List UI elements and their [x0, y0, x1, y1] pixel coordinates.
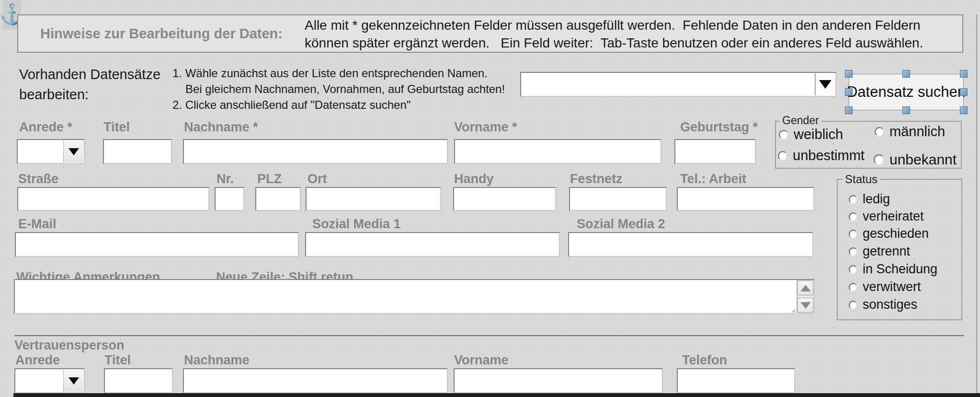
- tel-arbeit-input[interactable]: [677, 187, 814, 211]
- trust-titel-label: Titel: [104, 353, 131, 368]
- vorname-input[interactable]: [454, 139, 661, 164]
- status-radio-in-scheidung[interactable]: [849, 265, 857, 274]
- anmerkungen-textarea-frame: [14, 279, 815, 314]
- search-instruction-2: Bei gleichem Nachnamen, Vornahmen, auf G…: [172, 81, 505, 97]
- status-option-label: ledig: [863, 192, 890, 207]
- gender-group-title: Gender: [780, 114, 821, 127]
- anrede-combobox[interactable]: [17, 139, 85, 164]
- anmerkungen-textarea[interactable]: [15, 280, 796, 313]
- status-option-label: geschieden: [863, 226, 929, 241]
- status-option-label: verwitwert: [863, 280, 921, 294]
- trust-anrede-combobox[interactable]: [14, 368, 85, 393]
- status-radio-verwitwert[interactable]: [849, 283, 857, 292]
- sozial-media-1-input[interactable]: [305, 232, 560, 257]
- header-title: Hinweise zur Bearbeitung der Daten:: [40, 26, 283, 42]
- arrow-down-icon: [800, 302, 811, 309]
- selection-handle-top-left[interactable]: [845, 70, 853, 78]
- sozial-media-2-input[interactable]: [568, 232, 813, 257]
- gender-option-label: weiblich: [794, 127, 843, 142]
- nr-label: Nr.: [217, 172, 234, 187]
- strasse-input[interactable]: [17, 187, 209, 211]
- search-instruction-3: 2. Clicke anschließend auf "Datensatz su…: [172, 97, 505, 113]
- search-instruction-1: 1. Wähle zunächst aus der Liste den ents…: [172, 65, 505, 81]
- form-bottom-border: [13, 393, 980, 397]
- selection-handle-bottom-right[interactable]: [960, 106, 968, 114]
- record-search-dropdown-button[interactable]: [815, 73, 835, 95]
- trust-anrede-label: Anrede: [15, 353, 60, 368]
- status-radio-sonstiges[interactable]: [849, 301, 857, 309]
- search-section-label-line2: bearbeiten:: [19, 84, 160, 105]
- handy-label: Handy: [454, 172, 494, 187]
- email-label: E-Mail: [18, 217, 57, 232]
- geburtstag-label: Geburtstag *: [680, 120, 758, 135]
- handy-input[interactable]: [453, 187, 556, 211]
- chevron-down-icon: [819, 80, 832, 89]
- selection-handle-middle-left[interactable]: [845, 88, 853, 96]
- form-canvas: ⚓ Hinweise zur Bearbeitung der Daten: Al…: [0, 0, 980, 397]
- status-radio-getrennt[interactable]: [849, 247, 857, 256]
- ort-input[interactable]: [306, 187, 441, 211]
- selection-handle-middle-right[interactable]: [960, 88, 968, 96]
- gender-radio-maennlich[interactable]: [875, 127, 884, 137]
- selection-handle-bottom-middle[interactable]: [902, 106, 910, 114]
- trust-telefon-label: Telefon: [682, 353, 727, 368]
- tel-arbeit-label: Tel.: Arbeit: [680, 172, 746, 187]
- status-group-title: Status: [843, 173, 880, 186]
- anrede-dropdown-button[interactable]: [63, 140, 83, 163]
- geburtstag-input[interactable]: [674, 139, 756, 164]
- gender-option-label: unbestimmt: [793, 148, 865, 163]
- plz-label: PLZ: [257, 172, 282, 187]
- selection-handle-top-middle[interactable]: [902, 70, 910, 78]
- header-note-line1: Alle mit * gekennzeichneten Felder müsse…: [305, 16, 923, 34]
- selection-handle-bottom-left[interactable]: [845, 106, 853, 114]
- email-input[interactable]: [15, 232, 299, 257]
- status-option-label: sonstiges: [863, 297, 917, 312]
- status-radio-geschieden[interactable]: [849, 230, 857, 238]
- vorname-label: Vorname *: [454, 120, 517, 135]
- vertrauensperson-section-label: Vertrauensperson: [14, 338, 125, 353]
- datensatz-suchen-button[interactable]: Datensatz suchen: [849, 74, 964, 110]
- ort-label: Ort: [308, 172, 327, 187]
- scroll-down-button[interactable]: [798, 298, 813, 313]
- gender-radio-unbestimmt[interactable]: [778, 151, 787, 161]
- trust-anrede-dropdown-button[interactable]: [63, 370, 83, 392]
- plz-input[interactable]: [255, 187, 301, 211]
- titel-input[interactable]: [103, 139, 172, 164]
- gender-radio-weiblich[interactable]: [779, 130, 788, 140]
- status-option-label: in Scheidung: [863, 262, 937, 277]
- anmerkungen-scrollbar[interactable]: [797, 280, 814, 313]
- scroll-up-button[interactable]: [798, 280, 813, 295]
- nr-input[interactable]: [215, 187, 244, 211]
- section-divider: [14, 335, 964, 336]
- header-note-box: Hinweise zur Bearbeitung der Daten: Alle…: [17, 14, 963, 53]
- gender-option-label: männlich: [889, 124, 945, 140]
- gender-radio-unbekannt[interactable]: [874, 154, 884, 165]
- chevron-down-icon: [68, 377, 79, 385]
- arrow-up-icon: [800, 285, 811, 292]
- nachname-input[interactable]: [183, 139, 448, 164]
- header-note-line2: können später ergänzt werden. Ein Feld w…: [305, 34, 923, 52]
- trust-titel-input[interactable]: [104, 368, 173, 393]
- status-option-label: getrennt: [863, 244, 910, 259]
- sozial-media-1-label: Sozial Media 1: [312, 217, 401, 232]
- search-section-label-line1: Vorhanden Datensätze: [19, 64, 160, 84]
- festnetz-input[interactable]: [569, 187, 667, 211]
- trust-vorname-input[interactable]: [454, 368, 663, 393]
- status-radio-ledig[interactable]: [849, 195, 857, 204]
- anrede-label: Anrede *: [19, 120, 72, 135]
- status-radio-verheiratet[interactable]: [849, 212, 857, 221]
- trust-nachname-input[interactable]: [183, 368, 448, 393]
- trust-vorname-label: Vorname: [454, 353, 509, 368]
- titel-label: Titel: [103, 120, 130, 135]
- sozial-media-2-label: Sozial Media 2: [577, 217, 665, 232]
- selection-handle-top-right[interactable]: [960, 70, 968, 78]
- record-search-combobox-field[interactable]: [521, 73, 835, 96]
- nachname-label: Nachname *: [184, 120, 258, 135]
- document-edge-line: [976, 14, 977, 397]
- trust-nachname-label: Nachname: [184, 353, 250, 368]
- trust-telefon-input[interactable]: [677, 368, 795, 393]
- record-search-combobox[interactable]: [520, 72, 836, 97]
- status-option-label: verheiratet: [863, 209, 924, 224]
- festnetz-label: Festnetz: [570, 172, 623, 187]
- strasse-label: Straße: [18, 172, 58, 187]
